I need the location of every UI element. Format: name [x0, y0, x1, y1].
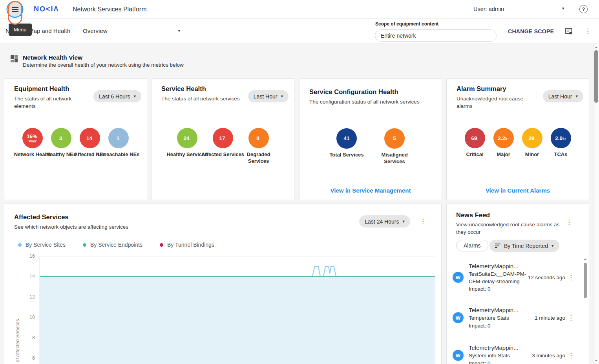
news-item-options-icon[interactable]: ⋮ — [568, 274, 574, 281]
news-feed-card: News Feed View unacknowledged root cause… — [446, 204, 589, 364]
chevron-down-icon: ▾ — [178, 28, 180, 33]
metric-circle: 3- — [51, 128, 71, 148]
card-subtitle: The status of all network elements — [14, 95, 93, 110]
legend-by-service-sites[interactable]: By Service Sites — [18, 242, 66, 248]
scope-label: Scope of equipment content — [375, 21, 438, 27]
card-subtitle: Unacknowledged root cause alarms — [457, 95, 529, 110]
service-time-range-dropdown[interactable]: Last Hour▾ — [248, 90, 289, 102]
nsp-dashboard: NO<IΛ Network Services Platform User: ad… — [0, 0, 599, 364]
news-item[interactable]: W TelemetryMappin... System info Stats I… — [447, 343, 589, 364]
alarm-time-range-dropdown[interactable]: Last Hour▾ — [543, 90, 583, 102]
help-icon[interactable]: ? — [579, 5, 588, 13]
sort-dropdown[interactable]: By Time Reported ▾ — [489, 240, 559, 252]
metric-total-services: 41 Total Services — [323, 128, 371, 165]
dashboard-icon — [11, 55, 18, 62]
affected-services-card: Affected Services See which network obje… — [4, 204, 442, 364]
view-in-service-management-link[interactable]: View in Service Management — [300, 187, 442, 194]
news-item-time: 3 minutes ago — [532, 353, 565, 359]
affected-time-range-dropdown[interactable]: Last 24 Hours▾ — [359, 215, 410, 228]
equipment-time-range-dropdown[interactable]: Last 6 Hours▾ — [93, 90, 141, 102]
section-title: Network Health View — [23, 54, 82, 61]
news-item-impact: Impact: 0 — [469, 322, 531, 329]
metric-circle: 5 — [384, 128, 405, 149]
metric-circle: 1- — [108, 128, 129, 148]
scrollbar-down-icon[interactable] — [595, 360, 598, 361]
menu-tooltip: Menu — [9, 24, 32, 36]
news-item-title: TelemetryMappin... — [469, 344, 531, 352]
news-item-time: 1 minute ago — [535, 315, 565, 321]
metric-circle: 41 — [336, 128, 357, 149]
metric-tcas: 2.0k↑ TCAs — [546, 128, 575, 158]
metric-circle: 16%- Poor — [22, 128, 43, 148]
page-scrollbar[interactable] — [593, 44, 599, 364]
chevron-down-icon: ▾ — [133, 94, 136, 99]
view-in-current-alarms-link[interactable]: View in Current Alarms — [447, 187, 589, 194]
chart-legend: By Service Sites By Service Endpoints By… — [18, 242, 214, 248]
chevron-down-icon: ▾ — [281, 94, 283, 99]
legend-dot — [83, 243, 86, 247]
news-scrollbar-thumb[interactable] — [584, 263, 587, 298]
metric-circle: 0- — [248, 128, 269, 148]
change-scope-button[interactable]: CHANGE SCOPE — [508, 28, 554, 35]
section-subtitle: Determine the overall health of your net… — [23, 62, 184, 68]
card-subtitle: See which network objects are affecting … — [14, 224, 171, 231]
scrollbar-thumb[interactable] — [594, 50, 598, 103]
legend-by-tunnel-bindings[interactable]: By Tunnel Bindings — [160, 242, 214, 248]
chevron-down-icon: ▾ — [402, 219, 405, 224]
svg-text:16: 16 — [29, 253, 35, 259]
metric-unreachable-nes: 1- Unreachable NEs — [104, 128, 133, 158]
metric-healthy-services: 24- Healthy Services — [169, 128, 205, 165]
alarm-summary-card: Alarm Summary Unacknowledged root cause … — [446, 78, 589, 200]
view-selector[interactable]: Overview ▾ — [83, 27, 180, 34]
news-item-title: TelemetryMappin... — [469, 262, 531, 270]
news-item[interactable]: W TelemetryMappin... TestSuiteEx__OAM-PM… — [447, 257, 589, 298]
metric-circle: 17- — [213, 128, 233, 148]
news-item-options-icon[interactable]: ⋮ — [568, 352, 574, 359]
metric-circle: 2.0k↑ — [551, 128, 571, 148]
svg-text:8: 8 — [32, 335, 35, 340]
affected-more-options-icon[interactable]: ⋮ — [420, 218, 426, 225]
scrollbar-up-icon[interactable] — [595, 47, 598, 48]
warning-avatar: W — [453, 312, 464, 323]
news-more-options-icon[interactable]: ⋮ — [566, 219, 572, 226]
card-subtitle: View unacknowledged root cause alarms as… — [456, 221, 561, 236]
news-item-detail: TestSuiteEx__OAM-PM-CFM-delay-streaming — [469, 270, 531, 285]
news-item-detail: Temperture Stats — [469, 314, 531, 322]
news-item-options-icon[interactable]: ⋮ — [568, 315, 574, 321]
svg-text:10: 10 — [29, 315, 35, 320]
alarms-filter-button[interactable]: Alarms — [456, 240, 488, 251]
equipment-health-card: Equipment Health The status of all netwo… — [4, 78, 147, 200]
service-configuration-health-card: Service Configuration Health The configu… — [299, 78, 442, 200]
scope-input[interactable] — [375, 29, 497, 42]
nav-more-options-icon[interactable]: ⋮ — [584, 28, 591, 35]
news-item-time: 12 seconds ago — [528, 275, 565, 280]
report-icon[interactable] — [565, 27, 573, 35]
news-scrollbar-up-icon[interactable] — [584, 258, 587, 260]
nav-bar: Network Map and Health Overview ▾ Scope … — [0, 19, 599, 44]
hamburger-menu-button[interactable] — [7, 2, 22, 17]
view-selector-value: Overview — [83, 27, 108, 34]
metric-circle: 69- — [465, 128, 485, 148]
user-menu[interactable]: User: admin — [473, 6, 504, 12]
news-item-detail: System info Stats — [469, 352, 531, 359]
top-bar: NO<IΛ Network Services Platform User: ad… — [0, 0, 599, 19]
metric-degraded-services: 0- Degraded Services — [241, 128, 276, 165]
metric-circle: 24- — [177, 128, 197, 148]
app-title: Network Services Platform — [73, 6, 147, 13]
user-menu-caret-icon[interactable]: ▾ — [562, 6, 564, 11]
news-item[interactable]: W TelemetryMappin... Temperture Stats Im… — [447, 305, 589, 330]
chart-y-axis-label: # of Affected Services — [15, 319, 20, 364]
metric-circle: 2.2k↑ — [493, 128, 514, 148]
metric-circle: 29- — [522, 128, 542, 148]
metric-misaligned-services: 5 Misaligned Services — [371, 128, 418, 165]
chevron-down-icon: ▾ — [575, 94, 578, 99]
sort-icon — [495, 244, 500, 248]
chevron-down-icon: ▾ — [552, 243, 554, 248]
metric-affected-services: 17- Affected Services — [205, 128, 241, 165]
card-title: Service Configuration Health — [309, 88, 398, 96]
card-title: Alarm Summary — [457, 85, 506, 93]
legend-by-service-endpoints[interactable]: By Service Endpoints — [83, 242, 142, 248]
svg-text:14: 14 — [29, 274, 35, 279]
legend-dot — [18, 243, 22, 247]
metric-circle: 14- — [80, 128, 100, 148]
